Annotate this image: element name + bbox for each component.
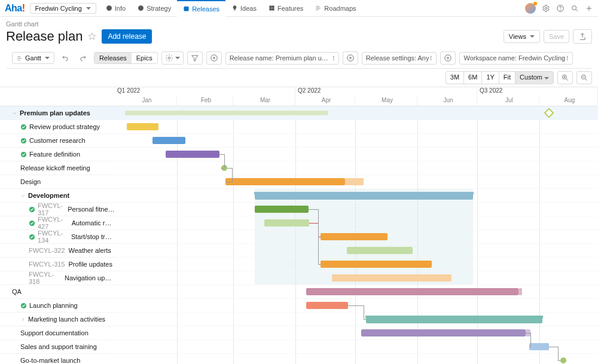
gantt-track[interactable]: [115, 175, 598, 189]
avatar[interactable]: [525, 3, 536, 14]
save-button[interactable]: Save: [544, 30, 569, 43]
gantt-track[interactable]: [115, 258, 598, 271]
zoom-in-button[interactable]: [557, 71, 573, 84]
gantt-track[interactable]: [115, 313, 598, 326]
task-row[interactable]: Review product strategy: [0, 120, 115, 134]
seg-releases[interactable]: Releases: [94, 53, 132, 63]
undo-button[interactable]: [58, 52, 72, 64]
task-row[interactable]: FWCYL-318Navigation updates: [0, 271, 115, 285]
task-row[interactable]: Release kickoff meeting: [0, 161, 115, 175]
task-row[interactable]: Marketing launch activities: [0, 313, 115, 326]
zoom-3m[interactable]: 3M: [446, 72, 464, 84]
nav-roadmaps[interactable]: Roadmaps: [309, 0, 362, 16]
gantt-bar[interactable]: [166, 151, 219, 158]
zoom-fit[interactable]: Fit: [499, 72, 515, 84]
filter-release-name[interactable]: Release name: Premium plan upd...⁝: [225, 52, 339, 65]
gantt-type-button[interactable]: Gantt: [12, 52, 54, 64]
gantt-bar[interactable]: [321, 261, 432, 268]
help-icon[interactable]: [556, 4, 565, 13]
gantt-bar[interactable]: [306, 302, 348, 309]
gantt-track[interactable]: [115, 189, 598, 203]
task-row[interactable]: FWCYL-315Profile updates: [0, 258, 115, 271]
gantt-track[interactable]: [115, 161, 598, 175]
gantt-bar[interactable]: [345, 178, 364, 185]
redo-button[interactable]: [76, 52, 90, 64]
share-button[interactable]: [573, 29, 592, 44]
gantt-bar[interactable]: [225, 178, 345, 185]
task-row[interactable]: Customer research: [0, 134, 115, 148]
gantt-bar[interactable]: [321, 233, 388, 240]
gantt-bar[interactable]: [361, 329, 526, 337]
gantt-bar[interactable]: [332, 274, 451, 282]
gantt-track[interactable]: [115, 354, 598, 364]
settings-button[interactable]: [161, 51, 184, 65]
task-row[interactable]: Feature definition: [0, 148, 115, 161]
gantt-track[interactable]: [115, 106, 598, 120]
filter-release-settings[interactable]: Release settings: Any⁝: [362, 52, 437, 65]
gantt-track[interactable]: [115, 120, 598, 134]
gantt-bar[interactable]: [518, 288, 522, 295]
task-row[interactable]: Design: [0, 175, 115, 189]
plus-icon[interactable]: [585, 4, 593, 13]
zoom-1y[interactable]: 1Y: [482, 72, 499, 84]
filter-button[interactable]: [187, 51, 203, 65]
gear-icon[interactable]: [542, 4, 550, 13]
logo[interactable]: Aha!: [5, 3, 25, 14]
task-row[interactable]: FWCYL-134Start/stop tracking: [0, 230, 115, 244]
gantt-bar[interactable]: [255, 192, 473, 200]
task-row[interactable]: FWCYL-322Weather alerts: [0, 244, 115, 258]
zoom-out-button[interactable]: [576, 71, 592, 84]
gantt-track[interactable]: [115, 203, 598, 216]
gantt-track[interactable]: [115, 230, 598, 244]
gantt-bar[interactable]: [255, 206, 309, 213]
gantt-track[interactable]: [115, 216, 598, 230]
chevron-down-icon[interactable]: [12, 111, 17, 116]
gantt-bar[interactable]: [347, 247, 413, 254]
task-row[interactable]: FWCYL-427Automatic refresh: [0, 216, 115, 230]
chevron-right-icon[interactable]: [20, 317, 26, 322]
gantt-bar[interactable]: [152, 137, 185, 144]
zoom-custom[interactable]: Custom: [515, 72, 553, 84]
milestone-icon[interactable]: [544, 108, 554, 118]
gantt-track[interactable]: [115, 285, 598, 299]
add-filter-button-2[interactable]: [343, 51, 358, 65]
task-row[interactable]: Launch planning: [0, 299, 115, 313]
nav-ideas[interactable]: Ideas: [225, 0, 263, 16]
gantt-timeline-pane[interactable]: Q1 2022Q2 2022Q3 2022 JanFebMarAprMayJun…: [115, 87, 598, 364]
gantt-track[interactable]: [115, 148, 598, 161]
workspace-selector[interactable]: Fredwin Cycling: [30, 3, 96, 14]
gantt-track[interactable]: [115, 340, 598, 354]
releases-epics-toggle[interactable]: Releases Epics: [94, 52, 158, 64]
add-filter-button-3[interactable]: [440, 51, 456, 65]
gantt-track[interactable]: [115, 244, 598, 258]
add-release-button[interactable]: Add release: [102, 29, 152, 44]
task-row[interactable]: Support documentation: [0, 326, 115, 340]
task-row[interactable]: FWCYL-317Personal fitness goals: [0, 203, 115, 216]
views-button[interactable]: Views: [504, 30, 540, 43]
gantt-bar[interactable]: [127, 123, 158, 130]
gantt-track[interactable]: [115, 134, 598, 148]
task-row[interactable]: QA: [0, 285, 115, 299]
seg-epics[interactable]: Epics: [132, 53, 157, 63]
chevron-down-icon[interactable]: [20, 193, 26, 198]
task-row[interactable]: Sales and support training: [0, 340, 115, 354]
gantt-track[interactable]: [115, 271, 598, 285]
search-icon[interactable]: [570, 4, 579, 13]
gantt-bar[interactable]: [264, 219, 309, 227]
task-row[interactable]: Go-to-market launch: [0, 354, 115, 364]
nav-features[interactable]: Features: [263, 0, 309, 16]
nav-info[interactable]: Info: [100, 0, 132, 16]
milestone-dot[interactable]: [560, 357, 566, 363]
zoom-segment[interactable]: 3M6M1YFitCustom: [446, 71, 554, 84]
star-icon[interactable]: [87, 32, 97, 41]
breadcrumb[interactable]: Gantt chart: [6, 20, 592, 27]
filter-workspace-name[interactable]: Workspace name: Fredwin Cycling⁝: [459, 52, 573, 65]
gantt-bar[interactable]: [306, 288, 518, 295]
zoom-6m[interactable]: 6M: [464, 72, 482, 84]
gantt-bar[interactable]: [125, 111, 328, 115]
nav-releases[interactable]: Releases: [177, 0, 225, 17]
task-row[interactable]: Premium plan updates: [0, 106, 115, 120]
nav-strategy[interactable]: Strategy: [132, 0, 177, 16]
gantt-bar[interactable]: [529, 343, 549, 350]
task-row[interactable]: Development: [0, 189, 115, 203]
